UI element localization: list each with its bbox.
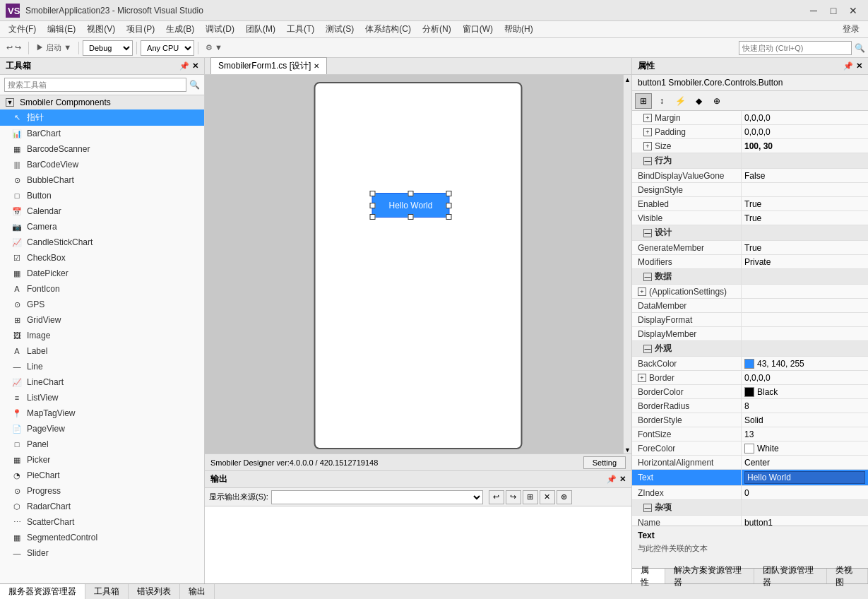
padding-expand-icon[interactable]: +: [643, 128, 652, 136]
toolbox-item-image[interactable]: 🖼 Image: [0, 328, 204, 343]
output-btn2[interactable]: ↪: [506, 490, 521, 504]
props-value-text[interactable]: [742, 470, 868, 485]
menu-debug[interactable]: 调试(D): [200, 22, 240, 37]
props-tab-team[interactable]: 团队资源管理器: [754, 569, 827, 583]
props-tab-classview[interactable]: 类视图: [827, 569, 868, 583]
appsettings-expand-icon[interactable]: +: [638, 287, 646, 296]
margin-expand-icon[interactable]: +: [643, 114, 652, 122]
handle-mr[interactable]: [446, 203, 452, 208]
props-section-data[interactable]: — 数据: [632, 269, 868, 285]
toolbox-item-gps[interactable]: ⊙ GPS: [0, 297, 204, 312]
toolbox-item-segmentedcontrol[interactable]: ▦ SegmentedControl: [0, 530, 204, 545]
toolbox-item-panel[interactable]: □ Panel: [0, 437, 204, 452]
toolbox-item-radarchart[interactable]: ⬡ RadarChart: [0, 499, 204, 514]
toolbox-item-scatterchart[interactable]: ⋯ ScatterChart: [0, 514, 204, 530]
props-section-appearance[interactable]: — 外观: [632, 341, 868, 357]
toolbox-item-picker[interactable]: ▦ Picker: [0, 452, 204, 468]
menu-test[interactable]: 测试(S): [320, 22, 359, 37]
props-tab-properties[interactable]: 属性: [632, 569, 665, 583]
toolbox-item-barchart[interactable]: 📊 BarChart: [0, 126, 204, 141]
menu-team[interactable]: 团队(M): [240, 22, 281, 37]
toolbox-item-camera[interactable]: 📷 Camera: [0, 219, 204, 235]
handle-br[interactable]: [446, 214, 452, 220]
menu-analyze[interactable]: 分析(N): [417, 22, 457, 37]
platform-select[interactable]: Any CPU: [141, 40, 194, 56]
designer-canvas[interactable]: ▲ ▼ ✛ Hello World: [205, 75, 631, 453]
props-btn-sort[interactable]: ↕: [653, 93, 670, 109]
props-pin-icon[interactable]: 📌: [843, 61, 853, 71]
props-row-forecolor[interactable]: ForeColor White: [632, 441, 868, 456]
size-expand-icon[interactable]: +: [643, 142, 652, 150]
toolbar-misc[interactable]: ⚙ ▼: [202, 41, 226, 54]
output-source-select[interactable]: [271, 490, 483, 504]
toolbox-item-line[interactable]: — Line: [0, 359, 204, 374]
menu-file[interactable]: 文件(F): [3, 22, 42, 37]
debug-mode-select[interactable]: Debug Release: [83, 40, 133, 56]
quick-search-input[interactable]: [739, 41, 852, 55]
handle-ml[interactable]: [370, 203, 376, 208]
props-section-design[interactable]: — 设计: [632, 225, 868, 241]
output-btn3[interactable]: ⊞: [523, 490, 538, 504]
menu-tools[interactable]: 工具(T): [281, 22, 320, 37]
toolbox-item-piechart[interactable]: ◔ PieChart: [0, 468, 204, 483]
minimize-button[interactable]: ─: [804, 1, 823, 20]
output-btn5[interactable]: ⊕: [557, 490, 572, 504]
canvas-scrollbar[interactable]: ▲ ▼: [623, 75, 631, 453]
toolbox-item-datepicker[interactable]: ▦ DatePicker: [0, 266, 204, 281]
toolbox-item-bubblechart[interactable]: ⊙ BubbleChart: [0, 172, 204, 188]
handle-bl[interactable]: [370, 214, 376, 220]
behavior-toggle-icon[interactable]: —: [643, 157, 652, 165]
toolbar-undo-redo[interactable]: ↩ ↪: [3, 41, 25, 54]
toolbox-section-header[interactable]: ▼ Smobiler Compmonents: [0, 95, 204, 109]
props-btn-binding[interactable]: ◆: [690, 93, 707, 109]
toolbox-close-icon[interactable]: ✕: [192, 61, 198, 71]
data-toggle-icon[interactable]: —: [643, 273, 652, 281]
toolbox-item-candlestickchart[interactable]: 📈 CandleStickChart: [0, 235, 204, 250]
menu-window[interactable]: 窗口(W): [457, 22, 499, 37]
close-button[interactable]: ✕: [844, 1, 862, 20]
toolbox-item-checkbox[interactable]: ☑ CheckBox: [0, 250, 204, 266]
toolbox-item-listview[interactable]: ≡ ListView: [0, 390, 204, 405]
toolbox-item-gridview[interactable]: ⊞ GridView: [0, 312, 204, 328]
props-btn-grid[interactable]: ⊞: [635, 93, 652, 109]
toolbox-item-calendar[interactable]: 📅 Calendar: [0, 203, 204, 219]
props-btn-add[interactable]: ⊕: [708, 93, 725, 109]
menu-build[interactable]: 生成(B): [160, 22, 200, 37]
appearance-toggle-icon[interactable]: —: [643, 345, 652, 353]
props-close-icon[interactable]: ✕: [856, 61, 862, 71]
output-btn1[interactable]: ↩: [489, 490, 504, 504]
scroll-up-icon[interactable]: ▲: [624, 76, 631, 83]
setting-button[interactable]: Setting: [583, 456, 626, 469]
props-row-text[interactable]: Text: [632, 470, 868, 486]
output-pin-icon[interactable]: 📌: [607, 475, 617, 484]
scroll-down-icon[interactable]: ▼: [624, 446, 631, 453]
toolbox-search-input[interactable]: [4, 78, 186, 92]
output-btn4[interactable]: ✕: [540, 490, 555, 504]
props-row-bordercolor[interactable]: BorderColor Black: [632, 385, 868, 399]
toolbox-item-maptagview[interactable]: 📍 MapTagView: [0, 405, 204, 421]
menu-help[interactable]: 帮助(H): [499, 22, 539, 37]
handle-tm[interactable]: [408, 191, 414, 196]
toolbox-item-pointer[interactable]: ↖ 指针: [0, 109, 204, 126]
menu-architecture[interactable]: 体系结构(C): [359, 22, 417, 37]
handle-tl[interactable]: [370, 191, 376, 196]
props-btn-event[interactable]: ⚡: [672, 93, 689, 109]
toolbox-item-barcodescanner[interactable]: ▦ BarcodeScanner: [0, 141, 204, 157]
designer-tab-close-icon[interactable]: ✕: [314, 62, 319, 70]
toolbox-item-barcodeview[interactable]: ||| BarCodeView: [0, 157, 204, 172]
text-value-input[interactable]: [744, 471, 865, 484]
toolbox-item-pageview[interactable]: 📄 PageView: [0, 421, 204, 437]
toolbox-item-label[interactable]: A Label: [0, 343, 204, 359]
section-toggle-icon[interactable]: ▼: [6, 98, 14, 107]
toolbox-item-progress[interactable]: ⊙ Progress: [0, 483, 204, 499]
menu-edit[interactable]: 编辑(E): [42, 22, 81, 37]
props-section-misc[interactable]: — 杂项: [632, 500, 868, 516]
toolbox-pin-icon[interactable]: 📌: [179, 61, 189, 71]
button-component[interactable]: ✛ Hello World: [372, 193, 450, 218]
bottom-tab-server[interactable]: 服务器资源管理器: [0, 584, 85, 599]
bottom-tab-errors[interactable]: 错误列表: [129, 584, 180, 599]
bottom-tab-output[interactable]: 输出: [180, 584, 215, 599]
toolbox-item-button[interactable]: □ Button: [0, 188, 204, 203]
toolbox-item-fonticon[interactable]: A FontIcon: [0, 281, 204, 297]
menu-view[interactable]: 视图(V): [81, 22, 121, 37]
